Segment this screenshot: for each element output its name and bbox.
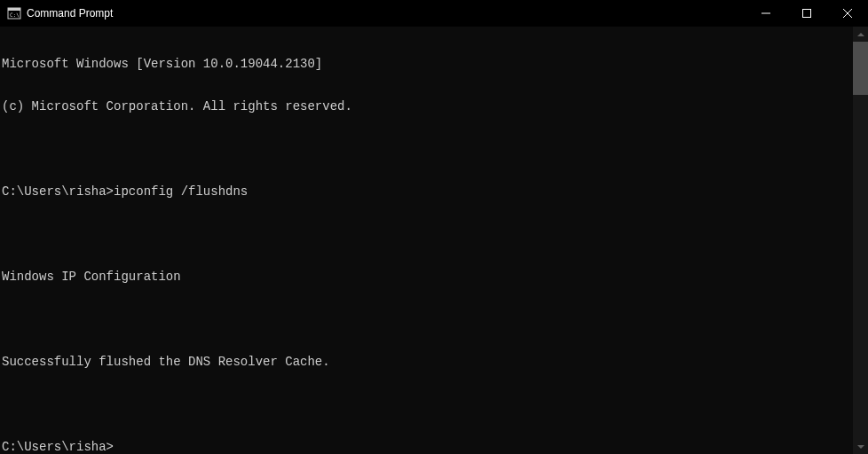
- terminal-line: Successfully flushed the DNS Resolver Ca…: [2, 355, 853, 369]
- terminal-line: (c) Microsoft Corporation. All rights re…: [2, 99, 853, 114]
- terminal-line: Microsoft Windows [Version 10.0.19044.21…: [2, 57, 853, 71]
- scroll-down-arrow-icon[interactable]: [853, 439, 868, 454]
- titlebar-controls: [746, 0, 868, 27]
- terminal-line: [2, 227, 853, 241]
- terminal-line: [2, 312, 853, 326]
- minimize-icon: [761, 9, 770, 18]
- svg-rect-1: [8, 8, 20, 11]
- svg-text:C:\: C:\: [10, 12, 20, 18]
- titlebar-left: C:\ Command Prompt: [7, 6, 113, 20]
- window-title: Command Prompt: [27, 7, 113, 20]
- terminal-area[interactable]: Microsoft Windows [Version 10.0.19044.21…: [0, 27, 868, 454]
- maximize-button[interactable]: [786, 0, 827, 27]
- close-button[interactable]: [827, 0, 868, 27]
- cmd-icon: C:\: [7, 6, 21, 20]
- terminal-line: C:\Users\risha>ipconfig /flushdns: [2, 184, 853, 199]
- scroll-up-arrow-icon[interactable]: [853, 27, 868, 42]
- terminal-content[interactable]: Microsoft Windows [Version 10.0.19044.21…: [0, 27, 853, 454]
- scroll-thumb[interactable]: [853, 42, 868, 95]
- svg-marker-7: [857, 33, 864, 36]
- titlebar[interactable]: C:\ Command Prompt: [0, 0, 868, 27]
- svg-marker-8: [857, 445, 864, 449]
- minimize-button[interactable]: [746, 0, 786, 27]
- terminal-line: [2, 397, 853, 411]
- maximize-icon: [802, 9, 811, 18]
- terminal-line: [2, 142, 853, 156]
- terminal-line: C:\Users\risha>: [2, 440, 853, 454]
- terminal-line: Windows IP Configuration: [2, 270, 853, 284]
- scrollbar[interactable]: [853, 27, 868, 454]
- close-icon: [843, 9, 852, 18]
- svg-rect-4: [803, 10, 811, 18]
